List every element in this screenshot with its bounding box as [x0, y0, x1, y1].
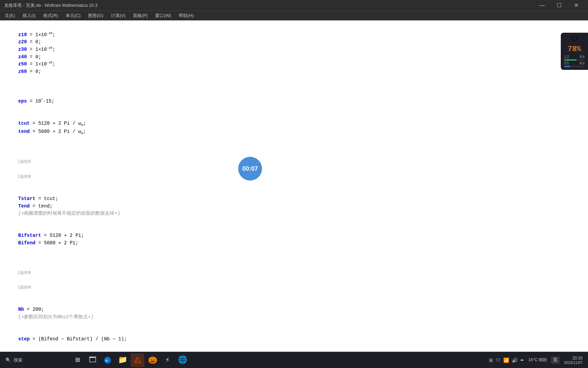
search-icon: 🔍 — [5, 357, 11, 363]
app-icon-7[interactable]: 🌐 — [176, 353, 189, 367]
annotation-tcut-pi: 圆周率 — [18, 159, 31, 164]
keyboard-layout[interactable]: 英 — [551, 356, 560, 364]
svg-text:e: e — [105, 358, 108, 363]
code-line-blank1 — [7, 83, 581, 91]
system-tray-icons: ⊞ 🛡 📶 🔊 ✒ — [489, 357, 524, 363]
code-line-bifstart: Bifstart = 5120 ∗ 2 Pi; Bifend = 5680 ∗ … — [7, 225, 581, 299]
time-display: 20:16 — [564, 356, 583, 361]
tray-icon-1[interactable]: ⊞ — [489, 357, 493, 363]
menu-evaluate[interactable]: 计算(V) — [108, 12, 129, 20]
close-button[interactable]: ✕ — [568, 1, 584, 10]
maximize-button[interactable]: ☐ — [551, 1, 567, 10]
window-controls: — ☐ ✕ — [534, 1, 584, 10]
tray-network[interactable]: 📶 — [503, 357, 509, 363]
code-editor[interactable]: z10 = 1∗10-10; z20 = 0; z30 = 1∗10-10; z… — [0, 20, 588, 352]
tray-pen[interactable]: ✒ — [520, 357, 524, 363]
menu-file[interactable]: 文(E) — [1, 12, 18, 20]
taskbar-pinned-apps: ⊞ 🗔 e 📁 M 🎃 ⚡ 🌐 — [68, 353, 192, 367]
menu-format[interactable]: 格式(R) — [40, 12, 62, 20]
menu-window[interactable]: 窗口(W) — [152, 12, 175, 20]
code-line-nb: Nb = 200; (∗参数区间划分为Nb≥2个离散点∗) — [7, 299, 581, 328]
weather-temp: 16°C 晴朗 — [528, 357, 547, 363]
upload-bar — [564, 59, 585, 61]
svg-text:M: M — [136, 359, 138, 363]
code-line-eps: eps = 10^-15; — [7, 90, 581, 112]
code-line-z10: z10 = 1∗10-10; z20 = 0; z30 = 1∗10-10; z… — [7, 24, 581, 83]
explorer-icon[interactable]: 📁 — [116, 353, 129, 367]
start-button[interactable]: ⊞ — [71, 353, 84, 367]
tray-volume[interactable]: 🔊 — [512, 357, 518, 363]
task-view-button[interactable]: 🗔 — [86, 353, 99, 367]
security-percentage: 78% — [568, 45, 581, 53]
code-line-tcut: tcut = 5120 ∗ 2 Pi / ω0; tend = 5680 ∗ 2… — [7, 112, 581, 188]
date-display: 2023/11/07 — [564, 361, 583, 365]
annotation-tend-pi: 圆周率 — [18, 174, 31, 179]
download-bar — [564, 66, 585, 67]
annotation-bifend-pi: 圆周率 — [18, 285, 31, 289]
network-stats: 1.2 K/s 0.5 K/s — [564, 55, 585, 67]
search-label: 搜索 — [14, 357, 22, 363]
upload-stat: 1.2 — [564, 55, 569, 59]
menu-palettes[interactable]: 面板(P) — [130, 12, 151, 20]
minimize-button[interactable]: — — [534, 1, 550, 10]
taskbar-system-tray: ⊞ 🛡 📶 🔊 ✒ 16°C 晴朗 英 20:16 2023/11/07 — [484, 356, 588, 365]
annotation-bifstart-pi: 圆周率 — [18, 271, 31, 275]
menu-help[interactable]: 帮助(H) — [175, 12, 197, 20]
shield-icon: 🛡 — [571, 35, 578, 44]
taskbar: 🔍 搜索 ⊞ 🗔 e 📁 M 🎃 ⚡ 🌐 ⊞ 🛡 📶 🔊 ✒ 16°C 晴朗 英 — [0, 352, 588, 368]
menu-bar: 文(E) 插入(I) 格式(R) 单元(C) 图形(G) 计算(V) 面板(P)… — [0, 11, 588, 20]
code-line-step: step = (Bifend − Bifstart) / (Nb − 1); — [7, 328, 581, 350]
tray-security[interactable]: 🛡 — [496, 357, 501, 363]
code-line-tstart: Tstart = tcut; Tend = tend; (∗画频谱图的时候将不稳… — [7, 188, 581, 225]
edge-browser-icon[interactable]: e — [101, 353, 114, 367]
app-icon-6[interactable]: ⚡ — [161, 353, 174, 367]
mathematica-icon[interactable]: M — [131, 353, 144, 367]
pumpkin-icon[interactable]: 🎃 — [146, 353, 159, 367]
title-bar: 龙格库塔 - 完美.nb - Wolfram Mathematica 10.3 … — [0, 0, 588, 11]
window-title: 龙格库塔 - 完美.nb - Wolfram Mathematica 10.3 — [4, 2, 97, 9]
menu-graphics[interactable]: 图形(G) — [85, 12, 107, 20]
clock[interactable]: 20:16 2023/11/07 — [564, 356, 583, 365]
timer-display: 00:07 — [238, 157, 262, 181]
menu-insert[interactable]: 插入(I) — [19, 12, 39, 20]
download-stat: 0.5 — [564, 61, 569, 65]
menu-cell[interactable]: 单元(C) — [62, 12, 84, 20]
taskbar-search-area[interactable]: 🔍 搜索 — [0, 357, 68, 363]
security-panel[interactable]: 🛡 78% 1.2 K/s 0.5 K/s — [561, 33, 588, 70]
